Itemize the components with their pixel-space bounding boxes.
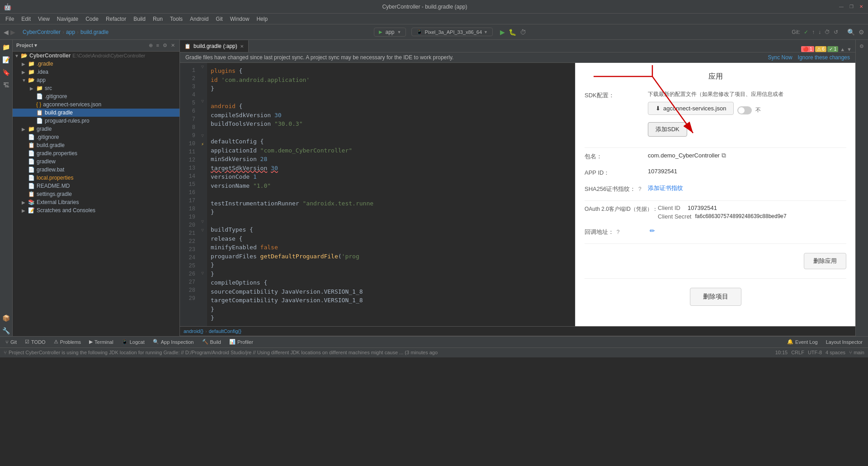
git-check-icon[interactable]: ✓ xyxy=(804,29,808,35)
sidebar-item-gradlew-bat[interactable]: ▶ 📄 gradlew.bat xyxy=(13,166,179,174)
breadcrumb-defaultconfig[interactable]: defaultConfig{} xyxy=(209,328,241,334)
run-button[interactable]: ▶ xyxy=(500,29,505,36)
menu-view[interactable]: View xyxy=(34,14,53,24)
bottom-tab-git[interactable]: ⑂ Git xyxy=(2,337,20,347)
sidebar-item-gradle-root[interactable]: ▶ 📁 gradle xyxy=(13,125,179,133)
status-branch[interactable]: ⑂ main xyxy=(849,350,864,355)
sync-banner: Gradle files have changed since last pro… xyxy=(180,52,855,63)
sidebar-item-readme[interactable]: ▶ 📄 README.MD xyxy=(13,182,179,190)
bottom-tab-problems[interactable]: ⚠ Problems xyxy=(50,337,85,347)
sync-tree-icon[interactable]: ⊕ xyxy=(148,42,154,49)
collapse-editor-icon[interactable]: ▼ xyxy=(847,47,852,52)
menu-edit[interactable]: Edit xyxy=(18,14,34,24)
status-encoding[interactable]: UTF-8 xyxy=(808,350,822,355)
sidebar-item-external-libs[interactable]: ▶ 📚 External Libraries xyxy=(13,198,179,206)
git-tab-label: Git xyxy=(10,339,17,345)
bottom-tab-appinspection[interactable]: 🔍 App Inspection xyxy=(149,337,198,347)
bottom-tab-profiler[interactable]: 📊 Profiler xyxy=(226,337,257,347)
expand-icon[interactable]: ▲ xyxy=(840,47,845,52)
delete-project-btn[interactable]: 删除项目 xyxy=(690,288,741,306)
menu-android[interactable]: Android xyxy=(186,14,212,24)
git-push-icon[interactable]: ↑ xyxy=(812,29,815,35)
structure-icon[interactable]: 🏗 xyxy=(1,80,12,90)
bottom-tab-build[interactable]: 🔨 Build xyxy=(198,337,225,347)
bottom-tab-layout-inspector[interactable]: Layout Inspector xyxy=(822,337,866,347)
git-revert-icon[interactable]: ↺ xyxy=(834,29,838,35)
bottom-tab-event-log[interactable]: 🔔 Event Log xyxy=(783,337,821,347)
settings-icon[interactable]: ⚙ xyxy=(162,42,168,49)
redirect-help-icon[interactable]: ? xyxy=(617,229,620,235)
notifications-icon[interactable]: ⚙ xyxy=(858,42,866,51)
sidebar-item-buildgradle-app[interactable]: ▶ 📋 build.gradle xyxy=(13,109,179,117)
agconnect-download-btn[interactable]: ⬇ agconnect-services.json xyxy=(648,102,734,115)
bottom-tab-logcat[interactable]: 📱 Logcat xyxy=(118,337,148,347)
menu-code[interactable]: Code xyxy=(82,14,102,24)
sidebar-item-gitignore-app[interactable]: ▶ 📄 .gitignore xyxy=(13,92,179,100)
menu-tools[interactable]: Tools xyxy=(166,14,186,24)
sidebar-item-app[interactable]: ▼ 📂 app xyxy=(13,76,179,84)
nav-forward-icon[interactable]: ▶ xyxy=(10,29,15,36)
settings-button[interactable]: ⚙ xyxy=(859,29,864,36)
breadcrumb-app[interactable]: app xyxy=(66,29,75,35)
menu-file[interactable]: File xyxy=(2,14,18,24)
bottom-tab-terminal[interactable]: ▶ Terminal xyxy=(85,337,117,347)
git-pull-icon[interactable]: ↓ xyxy=(818,29,821,35)
status-crlf[interactable]: CRLF xyxy=(791,350,804,355)
sidebar-item-gradle-hidden[interactable]: ▶ 📁 .gradle xyxy=(13,60,179,68)
debug-button[interactable]: 🐛 xyxy=(509,29,516,36)
tab-close-icon[interactable]: ✕ xyxy=(240,44,244,49)
commit-icon[interactable]: 📝 xyxy=(1,54,12,65)
device-dropdown[interactable]: 📱 Pixel_3a_API_33_x86_64 ▼ xyxy=(411,28,493,36)
project-dropdown-label[interactable]: Project ▾ xyxy=(16,43,37,48)
nav-back-icon[interactable]: ◀ xyxy=(4,29,9,36)
collapse-icon[interactable]: ≡ xyxy=(156,42,160,49)
agconnect-toggle[interactable] xyxy=(737,106,752,114)
ignore-changes-link[interactable]: Ignore these changes xyxy=(798,54,850,61)
sidebar-item-agconnect[interactable]: ▶ { } agconnect-services.json xyxy=(13,100,179,109)
git-history-icon[interactable]: ⏱ xyxy=(825,29,830,35)
sidebar-item-buildgradle-root[interactable]: ▶ 📋 build.gradle xyxy=(13,141,179,149)
redirect-edit-icon[interactable]: ✏ xyxy=(650,227,655,234)
delete-app-btn[interactable]: 删除应用 xyxy=(804,253,846,269)
menu-window[interactable]: Window xyxy=(226,14,253,24)
sha256-link[interactable]: 添加证书指纹 xyxy=(648,184,683,192)
menu-run[interactable]: Run xyxy=(149,14,166,24)
search-button[interactable]: 🔍 xyxy=(847,29,855,36)
tree-root[interactable]: ▼ 📂 CyberController E:\Code\Android\Cybe… xyxy=(13,52,179,60)
sidebar-item-proguard[interactable]: ▶ 📄 proguard-rules.pro xyxy=(13,117,179,125)
build-variants-icon[interactable]: 🔧 xyxy=(1,325,12,336)
sidebar-item-gradlew[interactable]: ▶ 📄 gradlew xyxy=(13,157,179,166)
sidebar-item-scratches[interactable]: ▶ 📝 Scratches and Consoles xyxy=(13,206,179,214)
sidebar-item-gitignore-root[interactable]: ▶ 📄 .gitignore xyxy=(13,133,179,141)
maximize-button[interactable]: ❐ xyxy=(848,4,854,10)
close-sidebar-icon[interactable]: ✕ xyxy=(170,42,176,49)
menu-git[interactable]: Git xyxy=(212,14,226,24)
breadcrumb-buildgradle[interactable]: build.gradle xyxy=(80,29,108,35)
status-indent[interactable]: 4 spaces xyxy=(826,350,845,355)
minimize-button[interactable]: — xyxy=(838,4,844,10)
breadcrumb-android[interactable]: android{} xyxy=(184,328,203,334)
run-config-dropdown[interactable]: ▶ app ▼ xyxy=(374,28,406,37)
add-sdk-btn[interactable]: 添加SDK xyxy=(648,122,687,137)
tab-buildgradle-app[interactable]: 📋 build.gradle (:app) ✕ xyxy=(180,40,249,52)
menu-navigate[interactable]: Navigate xyxy=(53,14,82,24)
menu-help[interactable]: Help xyxy=(253,14,271,24)
breadcrumb-cybcontroller[interactable]: CyberController xyxy=(23,29,61,35)
sync-now-link[interactable]: Sync Now xyxy=(768,54,793,61)
sidebar-item-gradle-props[interactable]: ▶ 📄 gradle.properties xyxy=(13,149,179,157)
profile-button[interactable]: ⏱ xyxy=(520,29,526,36)
sha256-help-icon[interactable]: ? xyxy=(638,186,642,192)
sdk-config-value: 下载最新的配置文件（如果您修改了项目、应用信息或者 ⬇ agconnect-se… xyxy=(648,90,846,140)
bookmarks-icon[interactable]: 🔖 xyxy=(1,67,12,78)
copy-package-icon[interactable]: ⧉ xyxy=(722,152,726,159)
sidebar-item-local-props[interactable]: ▶ 📄 local.properties xyxy=(13,174,179,182)
resource-manager-icon[interactable]: 📦 xyxy=(1,313,12,323)
close-button[interactable]: ✕ xyxy=(858,4,864,10)
bottom-tab-todo[interactable]: ☑ TODO xyxy=(21,337,49,347)
project-icon[interactable]: 📁 xyxy=(1,42,12,52)
sidebar-item-settings[interactable]: ▶ 📋 settings.gradle xyxy=(13,190,179,198)
menu-build[interactable]: Build xyxy=(130,14,149,24)
menu-refactor[interactable]: Refactor xyxy=(102,14,130,24)
sidebar-item-idea[interactable]: ▶ 📁 .idea xyxy=(13,68,179,76)
sidebar-item-src[interactable]: ▶ 📁 src xyxy=(13,84,179,92)
